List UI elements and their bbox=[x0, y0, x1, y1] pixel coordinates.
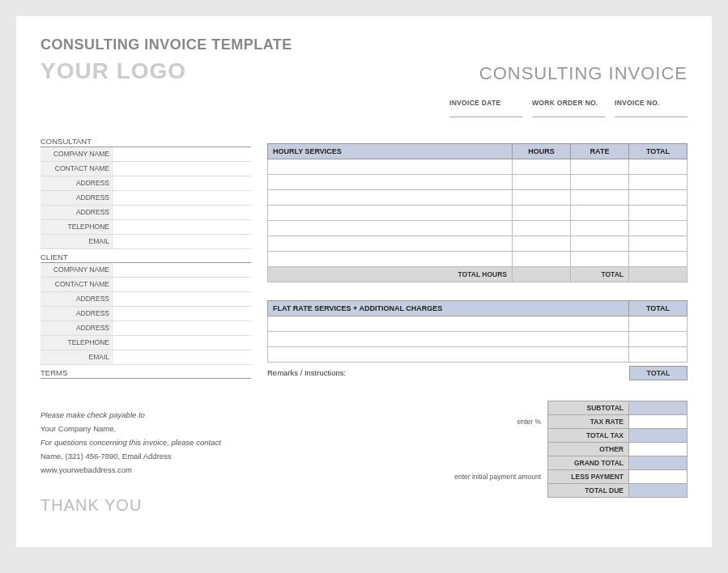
consultant-label: ADDRESS bbox=[40, 176, 113, 190]
terms-heading: TERMS bbox=[40, 368, 251, 379]
client-heading: CLIENT bbox=[40, 253, 251, 263]
client-company-input[interactable] bbox=[113, 263, 251, 277]
consultant-label: COMPANY NAME bbox=[40, 147, 113, 161]
consultant-row: EMAIL bbox=[40, 235, 251, 249]
client-row: COMPANY NAME bbox=[40, 263, 251, 278]
consultant-label: CONTACT NAME bbox=[40, 162, 113, 176]
client-address2-input[interactable] bbox=[113, 307, 251, 320]
hourly-row[interactable] bbox=[268, 221, 688, 236]
consultant-row: COMPANY NAME bbox=[40, 147, 251, 162]
client-row: ADDRESS bbox=[40, 321, 251, 336]
client-address1-input[interactable] bbox=[113, 292, 251, 306]
header-row: YOUR LOGO CONSULTING INVOICE bbox=[40, 58, 688, 84]
remarks-row: Remarks / Instructions: TOTAL bbox=[267, 366, 688, 380]
client-telephone-input[interactable] bbox=[113, 336, 251, 350]
client-label: ADDRESS bbox=[40, 307, 113, 320]
consultant-heading: CONSULTANT bbox=[40, 137, 251, 147]
client-row: CONTACT NAME bbox=[40, 278, 251, 292]
hourly-total-label: TOTAL bbox=[571, 267, 629, 282]
hourly-header-rate: RATE bbox=[571, 144, 629, 159]
meta-row: INVOICE DATE WORK ORDER NO. INVOICE NO. bbox=[40, 99, 688, 117]
lesspayment-value[interactable] bbox=[629, 470, 688, 484]
invoice-no-label: INVOICE NO. bbox=[615, 99, 688, 107]
consultant-address3-input[interactable] bbox=[113, 206, 251, 219]
thank-you: THANK YOU bbox=[40, 496, 251, 515]
client-email-input[interactable] bbox=[113, 350, 251, 364]
remarks-label: Remarks / Instructions: bbox=[267, 366, 629, 380]
totaltax-value bbox=[629, 429, 688, 443]
flat-header-desc: FLAT RATE SERVICES + ADDITIONAL CHARGES bbox=[268, 301, 629, 316]
hourly-row[interactable] bbox=[268, 159, 688, 175]
consultant-label: TELEPHONE bbox=[40, 220, 113, 234]
hourly-row[interactable] bbox=[268, 236, 688, 252]
consultant-label: EMAIL bbox=[40, 235, 113, 248]
invoice-date-input[interactable] bbox=[449, 109, 522, 117]
flat-total-label: TOTAL bbox=[629, 366, 688, 380]
subtotal-value bbox=[629, 401, 688, 415]
consultant-row: ADDRESS bbox=[40, 191, 251, 206]
lesspayment-label: LESS PAYMENT bbox=[548, 470, 629, 484]
work-order-input[interactable] bbox=[532, 109, 605, 117]
contact-line: Name, (321) 456-7890, Email Address bbox=[40, 449, 251, 463]
taxrate-label: TAX RATE bbox=[548, 415, 629, 429]
hourly-row[interactable] bbox=[268, 252, 688, 267]
hourly-row[interactable] bbox=[268, 175, 688, 190]
hourly-row[interactable] bbox=[268, 206, 688, 221]
right-column: HOURLY SERVICES HOURS RATE TOTAL TO bbox=[267, 134, 688, 515]
questions-line: For questions concerning this invoice, p… bbox=[40, 435, 251, 449]
consultant-address1-input[interactable] bbox=[113, 176, 251, 190]
client-address3-input[interactable] bbox=[113, 321, 251, 335]
invoice-date-label: INVOICE DATE bbox=[449, 99, 522, 107]
client-label: ADDRESS bbox=[40, 292, 113, 306]
grandtotal-value bbox=[629, 456, 688, 470]
other-value[interactable] bbox=[629, 443, 688, 456]
client-row: ADDRESS bbox=[40, 292, 251, 307]
payable-name: Your Company Name. bbox=[40, 422, 251, 435]
flat-row[interactable] bbox=[268, 347, 688, 363]
template-title: CONSULTING INVOICE TEMPLATE bbox=[40, 36, 688, 53]
consultant-label: ADDRESS bbox=[40, 206, 113, 219]
hourly-totals-row: TOTAL HOURS TOTAL bbox=[268, 267, 688, 282]
hourly-header-total: TOTAL bbox=[629, 144, 688, 159]
client-label: CONTACT NAME bbox=[40, 278, 113, 291]
client-label: EMAIL bbox=[40, 350, 113, 364]
total-hours-value bbox=[513, 267, 571, 282]
invoice-title: CONSULTING INVOICE bbox=[479, 63, 688, 84]
grandtotal-label: GRAND TOTAL bbox=[548, 456, 629, 470]
client-label: ADDRESS bbox=[40, 321, 113, 335]
hourly-header-desc: HOURLY SERVICES bbox=[268, 144, 513, 159]
consultant-label: ADDRESS bbox=[40, 191, 113, 205]
consultant-company-input[interactable] bbox=[113, 147, 251, 161]
total-hours-label: TOTAL HOURS bbox=[268, 267, 513, 282]
hourly-row[interactable] bbox=[268, 190, 688, 206]
flat-header-total: TOTAL bbox=[629, 301, 688, 316]
flat-row[interactable] bbox=[268, 316, 688, 332]
consultant-row: ADDRESS bbox=[40, 206, 251, 220]
consultant-row: ADDRESS bbox=[40, 176, 251, 191]
taxrate-value[interactable] bbox=[629, 415, 688, 429]
logo-placeholder: YOUR LOGO bbox=[40, 58, 186, 84]
client-contact-input[interactable] bbox=[113, 278, 251, 291]
totals-block: SUBTOTAL enter %TAX RATE TOTAL TAX OTHER… bbox=[267, 401, 688, 498]
consultant-address2-input[interactable] bbox=[113, 191, 251, 205]
consultant-row: CONTACT NAME bbox=[40, 162, 251, 176]
invoice-no-input[interactable] bbox=[615, 109, 688, 117]
hourly-total-value bbox=[629, 267, 688, 282]
work-order-label: WORK ORDER NO. bbox=[532, 99, 605, 107]
hourly-header-hours: HOURS bbox=[513, 144, 571, 159]
consultant-email-input[interactable] bbox=[113, 235, 251, 248]
client-row: ADDRESS bbox=[40, 307, 251, 321]
hourly-services-table: HOURLY SERVICES HOURS RATE TOTAL TO bbox=[267, 143, 688, 282]
payable-intro: Please make check payable to bbox=[40, 408, 251, 422]
flat-rate-table: FLAT RATE SERVICES + ADDITIONAL CHARGES … bbox=[267, 300, 688, 363]
flat-row[interactable] bbox=[268, 332, 688, 347]
consultant-contact-input[interactable] bbox=[113, 162, 251, 176]
work-order-field: WORK ORDER NO. bbox=[532, 99, 605, 117]
totaltax-label: TOTAL TAX bbox=[548, 429, 629, 443]
client-row: EMAIL bbox=[40, 350, 251, 365]
consultant-telephone-input[interactable] bbox=[113, 220, 251, 234]
invoice-page: CONSULTING INVOICE TEMPLATE YOUR LOGO CO… bbox=[16, 16, 712, 547]
invoice-date-field: INVOICE DATE bbox=[449, 99, 522, 117]
enter-pct-hint: enter % bbox=[449, 415, 547, 429]
client-label: TELEPHONE bbox=[40, 336, 113, 350]
